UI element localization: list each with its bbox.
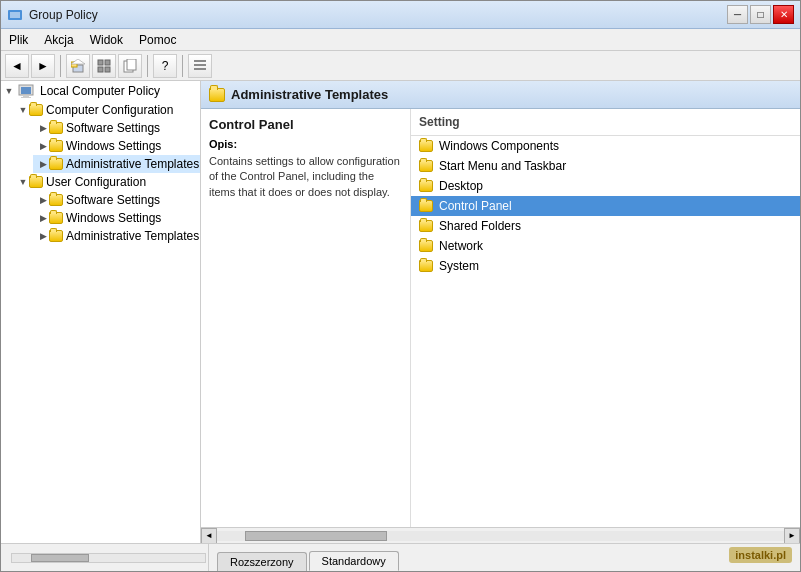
toolbar: ◄ ► ? (1, 51, 800, 81)
sf-label: Shared Folders (439, 219, 521, 233)
details-button[interactable] (188, 54, 212, 78)
description-panel: Control Panel Opis: Contains settings to… (201, 109, 411, 527)
close-button[interactable]: ✕ (773, 5, 794, 24)
cc-folder-icon (29, 104, 43, 116)
ws2-label: Windows Settings (66, 211, 161, 225)
uc-label: User Configuration (46, 175, 146, 189)
help-button[interactable]: ? (153, 54, 177, 78)
sys-label: System (439, 259, 479, 273)
ws1-expand: ▶ (37, 140, 49, 152)
tab-rozszerzony[interactable]: Rozszerzony (217, 552, 307, 571)
right-panel: Administrative Templates Control Panel O… (201, 81, 800, 543)
at1-expand: ▶ (37, 158, 49, 170)
export-button[interactable] (118, 54, 142, 78)
ws1-label: Windows Settings (66, 139, 161, 153)
sys-folder-icon (419, 260, 433, 272)
svg-rect-16 (23, 95, 29, 97)
root-expand-icon: ▼ (3, 85, 15, 97)
back-button[interactable]: ◄ (5, 54, 29, 78)
window-controls: ─ □ ✕ (727, 5, 794, 24)
ws2-folder-icon (49, 212, 63, 224)
settings-item-windows-components[interactable]: Windows Components (411, 136, 800, 156)
settings-item-control-panel[interactable]: Control Panel (411, 196, 800, 216)
main-area: ▼ Local Computer Policy ▼ (1, 81, 800, 543)
ss2-label: Software Settings (66, 193, 160, 207)
settings-item-network[interactable]: Network (411, 236, 800, 256)
menu-plik[interactable]: Plik (1, 31, 36, 49)
sm-label: Start Menu and Taskbar (439, 159, 566, 173)
minimize-button[interactable]: ─ (727, 5, 748, 24)
window-title: Group Policy (29, 8, 727, 22)
window-icon (7, 7, 23, 23)
header-folder-icon (209, 88, 225, 102)
uc-expand-icon: ▼ (17, 176, 29, 188)
svg-rect-12 (194, 64, 206, 66)
uc-windows-settings[interactable]: ▶ Windows Settings (33, 209, 200, 227)
bottom-bar: Rozszerzony Standardowy (1, 543, 800, 571)
ss1-label: Software Settings (66, 121, 160, 135)
settings-item-system[interactable]: System (411, 256, 800, 276)
svg-rect-6 (105, 60, 110, 65)
sm-folder-icon (419, 160, 433, 172)
svg-rect-15 (21, 87, 31, 94)
uc-admin-templates[interactable]: ▶ Administrative Templates (33, 227, 200, 245)
forward-button[interactable]: ► (31, 54, 55, 78)
scroll-left-btn[interactable]: ◄ (201, 528, 217, 544)
at2-folder-icon (49, 230, 63, 242)
svg-rect-5 (98, 60, 103, 65)
scroll-track[interactable] (217, 531, 784, 541)
svg-rect-7 (98, 67, 103, 72)
nw-folder-icon (419, 240, 433, 252)
svg-rect-8 (105, 67, 110, 72)
svg-rect-1 (10, 12, 20, 18)
up-button[interactable] (66, 54, 90, 78)
settings-item-shared-folders[interactable]: Shared Folders (411, 216, 800, 236)
tabs-bar: Rozszerzony Standardowy (1, 544, 800, 571)
dt-folder-icon (419, 180, 433, 192)
ss1-folder-icon (49, 122, 63, 134)
user-config-node: ▼ User Configuration ▶ Software Settings (17, 173, 200, 245)
right-scrollbar[interactable]: ◄ ► (201, 527, 800, 543)
settings-item-desktop[interactable]: Desktop (411, 176, 800, 196)
svg-rect-17 (21, 97, 31, 98)
maximize-button[interactable]: □ (750, 5, 771, 24)
dt-label: Desktop (439, 179, 483, 193)
settings-panel: Setting Windows Components Start Menu an… (411, 109, 800, 527)
wc-label: Windows Components (439, 139, 559, 153)
tab-standardowy[interactable]: Standardowy (309, 551, 399, 571)
menu-pomoc[interactable]: Pomoc (131, 31, 184, 49)
uc-folder-icon (29, 176, 43, 188)
computer-config-item[interactable]: ▼ Computer Configuration (17, 101, 200, 119)
menu-widok[interactable]: Widok (82, 31, 131, 49)
root-label: Local Computer Policy (40, 84, 160, 98)
cc-windows-settings[interactable]: ▶ Windows Settings (33, 137, 200, 155)
uc-software-settings[interactable]: ▶ Software Settings (33, 191, 200, 209)
tree-root: ▼ Local Computer Policy ▼ (1, 81, 200, 245)
svg-rect-13 (194, 68, 206, 70)
computer-icon (18, 83, 34, 99)
cc-software-settings[interactable]: ▶ Software Settings (33, 119, 200, 137)
left-scroll-area (9, 544, 209, 571)
computer-config-node: ▼ Computer Configuration ▶ Software Sett… (17, 101, 200, 173)
ss2-expand: ▶ (37, 194, 49, 206)
cc-admin-templates[interactable]: ▶ Administrative Templates (33, 155, 200, 173)
menu-bar: Plik Akcja Widok Pomoc (1, 29, 800, 51)
wc-folder-icon (419, 140, 433, 152)
grid-view-button[interactable] (92, 54, 116, 78)
cc-children: ▶ Software Settings ▶ Windows Settings ▶ (17, 119, 200, 173)
scroll-right-btn[interactable]: ► (784, 528, 800, 544)
left-scroll-track[interactable] (11, 553, 206, 563)
left-panel: ▼ Local Computer Policy ▼ (1, 81, 201, 543)
desc-title: Control Panel (209, 117, 402, 132)
toolbar-separator-1 (60, 55, 61, 77)
user-config-item[interactable]: ▼ User Configuration (17, 173, 200, 191)
desc-label: Opis: (209, 138, 402, 150)
tree-root-item[interactable]: ▼ Local Computer Policy (1, 81, 200, 101)
uc-children: ▶ Software Settings ▶ Windows Settings ▶ (17, 191, 200, 245)
settings-item-start-menu[interactable]: Start Menu and Taskbar (411, 156, 800, 176)
svg-rect-10 (127, 59, 136, 70)
ws2-expand: ▶ (37, 212, 49, 224)
settings-list: Windows Components Start Menu and Taskba… (411, 136, 800, 276)
at2-expand: ▶ (37, 230, 49, 242)
menu-akcja[interactable]: Akcja (36, 31, 81, 49)
